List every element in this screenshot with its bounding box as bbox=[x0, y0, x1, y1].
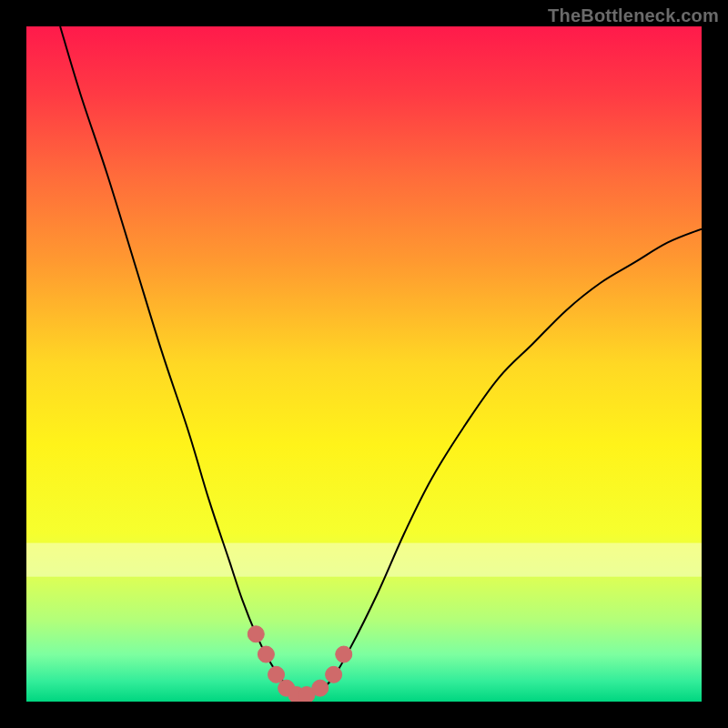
highlight-band bbox=[26, 543, 702, 577]
gradient-background bbox=[26, 26, 702, 702]
curve-marker bbox=[326, 666, 342, 682]
curve-marker bbox=[258, 646, 274, 662]
curve-marker bbox=[336, 646, 352, 662]
chart-container: TheBottleneck.com bbox=[0, 0, 728, 728]
curve-marker bbox=[312, 680, 329, 696]
plot-area bbox=[26, 26, 702, 702]
watermark-label: TheBottleneck.com bbox=[548, 5, 719, 26]
curve-marker bbox=[248, 626, 264, 642]
curve-marker bbox=[268, 666, 285, 682]
bottleneck-chart bbox=[26, 26, 702, 702]
